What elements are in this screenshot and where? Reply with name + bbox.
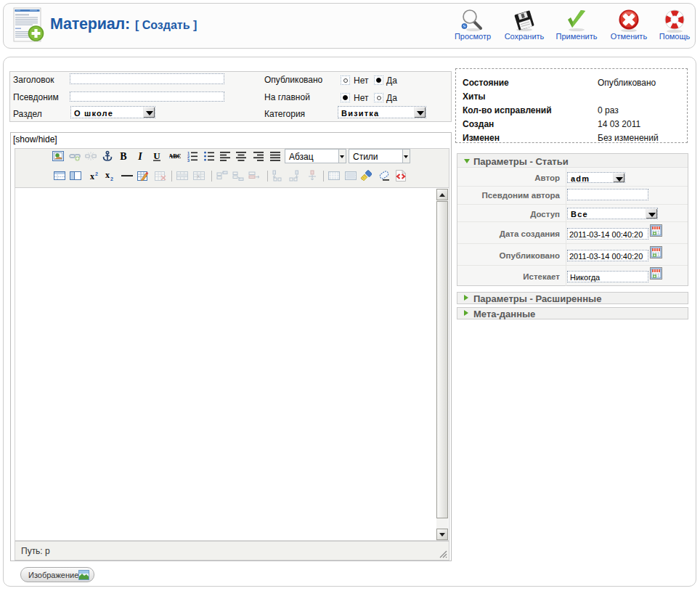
svg-text:I: I xyxy=(137,151,142,162)
svg-text:x: x xyxy=(105,170,110,180)
svg-text:x: x xyxy=(90,171,94,182)
svg-text:U: U xyxy=(153,150,160,161)
svg-text:2: 2 xyxy=(110,176,113,182)
svg-text:B: B xyxy=(120,151,126,162)
svg-text:2: 2 xyxy=(95,171,98,176)
svg-text:3: 3 xyxy=(187,158,190,162)
svg-text:x: x xyxy=(198,174,200,179)
